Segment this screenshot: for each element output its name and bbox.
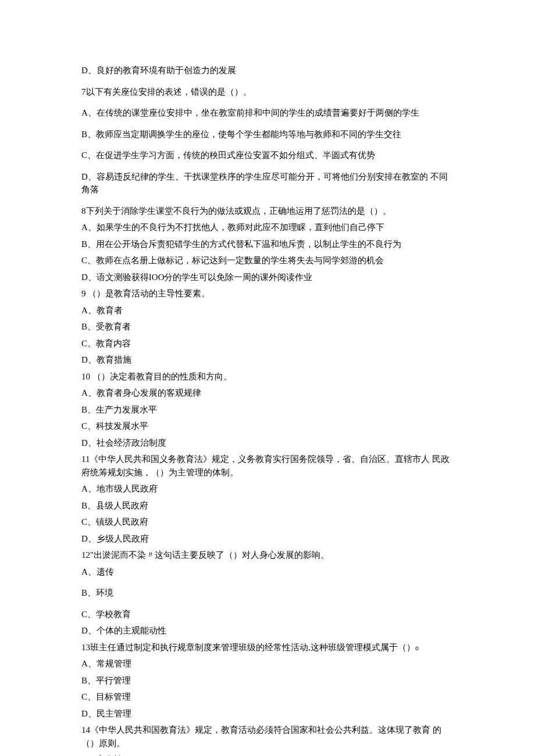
text-line: 13班主任通过制定和执行规章制度来管理班级的经常性活动,这种班级管理模式属于（）… <box>81 641 454 654</box>
text-line: A、常规管理 <box>81 657 454 671</box>
text-line: B、县级人民政府 <box>81 499 454 513</box>
text-line: B、教师应当定期调换学生的座位，使每个学生都能均等地与教师和不同的学生交往 <box>81 128 454 141</box>
text-line: 12"出淤泥而不染〃这句话主要反映了（）对人身心发展的影响。 <box>81 549 454 562</box>
text-line: A、如果学生的不良行为不打扰他人，教师对此应不加理睬，直到他们自己停下 <box>81 221 454 234</box>
text-line: D、民主管理 <box>81 707 454 721</box>
text-line: A、教育者 <box>81 304 454 317</box>
text-line: B、环境 <box>81 586 454 600</box>
text-line: C、科技发展水平 <box>81 420 454 433</box>
text-line: C、教师在点名册上做标记，标记达到一定数量的学生将失去与同学郊游的机会 <box>81 254 454 267</box>
text-line: C、镇级人民政府 <box>81 515 454 529</box>
text-line: D、乡级人民政府 <box>81 532 454 546</box>
text-line: C、在促进学生学习方面，传统的秧田式座位安置不如分组式、半圆式有优势 <box>81 149 454 162</box>
text-line: A、在传统的课堂座位安排中，坐在教室前排和中间的学生的成绩普遍要好于两侧的学生 <box>81 106 454 120</box>
text-line: B、用在公开场合斥责犯错学生的方式代替私下温和地斥责，以制止学生的不良行为 <box>81 238 454 251</box>
text-line: C、目标管理 <box>81 690 454 704</box>
text-line: D、语文测验获得IOO分的学生可以免除一周的课外阅读作业 <box>81 271 454 284</box>
text-line: A、遗传 <box>81 565 454 579</box>
text-line: 9 （）是教育活动的主导性要素。 <box>81 287 454 300</box>
text-line: 11《中华人民共和国义务教育法》规定，义务教育实行国务院领导，省、自治区、直辖市… <box>81 453 454 479</box>
text-line: D、社会经济政治制度 <box>81 436 454 450</box>
text-line: B、受教育者 <box>81 320 454 334</box>
text-line: A、教育者身心发展的客观规律 <box>81 386 454 400</box>
text-line: B、平行管理 <box>81 674 454 687</box>
text-line: C、学校教育 <box>81 608 454 621</box>
text-line: 10 （）决定着教育目的的性质和方向。 <box>81 370 454 384</box>
text-line: D、良好的教育环境有助于创造力的发展 <box>81 64 454 77</box>
document-page: D、良好的教育环境有助于创造力的发展 7以下有关座位安排的表述，错误的是（）。 … <box>0 0 535 756</box>
text-line: A、地市级人民政府 <box>81 482 454 496</box>
text-line: D、教育措施 <box>81 353 454 367</box>
text-line: 7以下有关座位安排的表述，错误的是（）。 <box>81 85 454 99</box>
text-line: D、个体的主观能动性 <box>81 624 454 637</box>
text-line: 14《中华人民共和国教育法》规定，教育活动必须符合国家和社会公共利益。这体现了教… <box>81 723 454 750</box>
text-line: A、方向性 <box>81 753 454 756</box>
text-line: D、容易违反纪律的学生、干扰课堂秩序的学生应尽可能分开，可将他们分别安排在教室的… <box>81 170 454 196</box>
text-line: 8下列关于消除学生课堂不良行为的做法或观点，正确地运用了惩罚法的是（）。 <box>81 205 454 218</box>
text-line: C、教育内容 <box>81 337 454 350</box>
text-line: B、生产力发展水平 <box>81 403 454 417</box>
